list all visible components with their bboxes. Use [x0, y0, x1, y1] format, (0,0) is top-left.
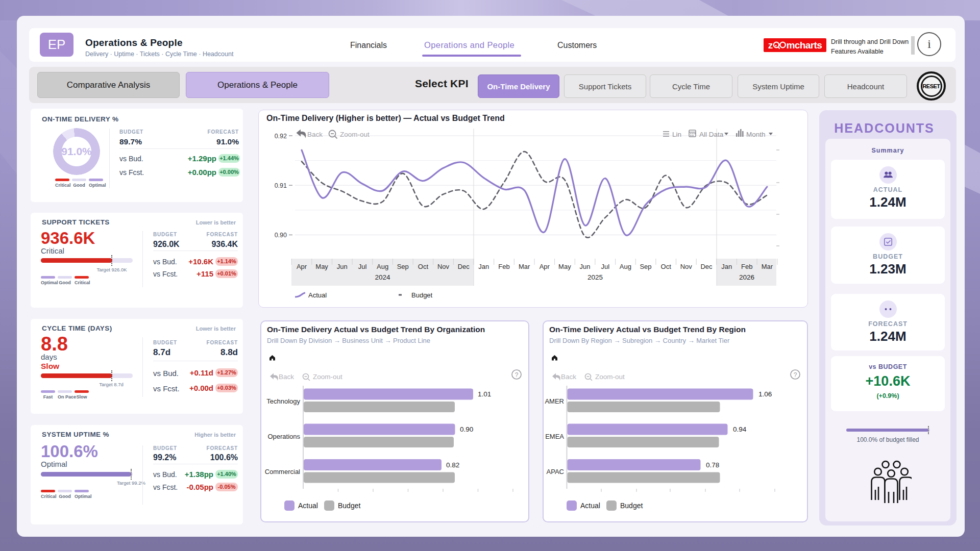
svg-text:Budget: Budget: [338, 502, 360, 510]
svg-text:Sep: Sep: [397, 263, 409, 270]
svg-text:0.78: 0.78: [706, 461, 719, 469]
svg-text:Drill Down By Region → Subregi: Drill Down By Region → Subregion → Count…: [549, 337, 730, 344]
svg-text:Drill Down By Division → Busin: Drill Down By Division → Business Unit →…: [267, 337, 430, 344]
svg-text:2024: 2024: [375, 273, 390, 281]
svg-text:Aug: Aug: [377, 263, 388, 270]
svg-text:Technology: Technology: [266, 397, 300, 405]
svg-text:2026: 2026: [739, 273, 754, 281]
svg-text:0.94: 0.94: [733, 425, 747, 433]
svg-text:1.01: 1.01: [478, 390, 491, 398]
svg-text:Operations: Operations: [267, 433, 300, 440]
svg-text:Zoom-out: Zoom-out: [340, 131, 370, 138]
svg-text:Budget: Budget: [411, 291, 433, 299]
svg-text:Dec: Dec: [458, 263, 470, 270]
svg-text:Apr: Apr: [540, 263, 550, 270]
svg-text:Back: Back: [307, 131, 323, 138]
svg-text:On-Time Delivery Actual vs Bud: On-Time Delivery Actual vs Budget Trend …: [549, 325, 746, 334]
svg-text:Actual: Actual: [580, 502, 600, 510]
svg-text:Lin: Lin: [672, 131, 681, 138]
svg-text:All Data: All Data: [699, 131, 724, 138]
svg-text:Actual: Actual: [308, 291, 327, 299]
svg-text:Budget: Budget: [620, 502, 643, 510]
svg-text:May: May: [558, 263, 571, 270]
svg-text:Apr: Apr: [297, 263, 307, 270]
svg-text:APAC: APAC: [547, 468, 564, 475]
svg-text:Jul: Jul: [601, 263, 609, 270]
svg-text:?: ?: [515, 371, 519, 379]
svg-text:Commercial: Commercial: [265, 468, 300, 475]
svg-text:On-Time Delivery Actual vs Bud: On-Time Delivery Actual vs Budget Trend …: [267, 325, 485, 334]
svg-text:Jun: Jun: [337, 263, 348, 270]
svg-text:Mar: Mar: [519, 263, 530, 270]
svg-text:Feb: Feb: [498, 263, 509, 270]
svg-text:1.06: 1.06: [758, 390, 772, 398]
svg-text:EMEA: EMEA: [545, 433, 564, 440]
svg-text:Nov: Nov: [680, 263, 693, 270]
svg-text:Jan: Jan: [478, 263, 489, 270]
svg-text:May: May: [315, 263, 328, 270]
svg-text:0.90: 0.90: [460, 425, 473, 433]
svg-text:?: ?: [794, 371, 797, 379]
svg-text:Feb: Feb: [741, 263, 752, 270]
svg-text:Zoom-out: Zoom-out: [313, 373, 342, 381]
svg-text:Back: Back: [279, 373, 294, 381]
svg-text:Month: Month: [746, 131, 766, 138]
svg-text:Mar: Mar: [762, 263, 773, 270]
svg-text:AMER: AMER: [545, 397, 564, 405]
svg-text:0.82: 0.82: [446, 461, 459, 469]
svg-text:Nov: Nov: [437, 263, 450, 270]
svg-text:0.92: 0.92: [275, 133, 287, 140]
svg-text:Jun: Jun: [580, 263, 591, 270]
svg-text:Jul: Jul: [358, 263, 367, 270]
svg-text:Zoom-out: Zoom-out: [595, 373, 625, 381]
svg-text:2025: 2025: [587, 273, 603, 281]
svg-text:Jan: Jan: [721, 263, 732, 270]
svg-text:Actual: Actual: [298, 502, 318, 510]
svg-text:0.90: 0.90: [275, 232, 287, 239]
svg-text:Dec: Dec: [700, 263, 713, 270]
svg-text:Aug: Aug: [620, 263, 631, 270]
svg-text:Back: Back: [561, 373, 576, 381]
svg-text:Sep: Sep: [640, 263, 651, 270]
svg-text:Oct: Oct: [661, 263, 672, 270]
svg-text:0.91: 0.91: [275, 182, 287, 189]
svg-text:Oct: Oct: [418, 263, 429, 270]
